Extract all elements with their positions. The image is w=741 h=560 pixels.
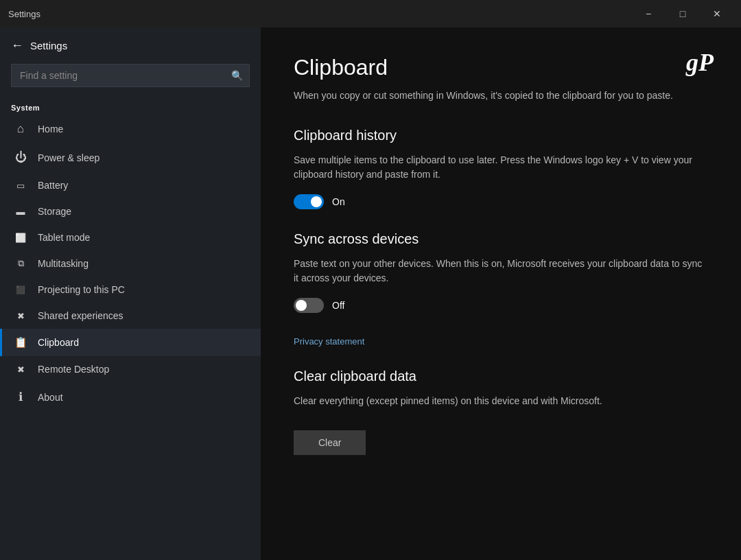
sync-devices-toggle-knob xyxy=(296,300,307,311)
search-icon: 🔍 xyxy=(231,70,243,81)
minimize-button[interactable]: − xyxy=(633,3,664,25)
title-bar: Settings − □ ✕ xyxy=(0,0,741,27)
main-layout: ← Settings 🔍 System ⌂ Home ⏻ Power & sle… xyxy=(0,27,741,560)
clear-data-desc: Clear everything (except pinned items) o… xyxy=(294,394,708,408)
search-input[interactable] xyxy=(11,64,250,87)
sync-devices-toggle[interactable] xyxy=(294,298,324,313)
maximize-button[interactable]: □ xyxy=(667,3,698,25)
sidebar-section-label: System xyxy=(0,98,261,115)
sidebar-item-label-shared-experiences: Shared experiences xyxy=(38,310,124,321)
clipboard-history-toggle-label: On xyxy=(332,196,345,207)
projecting-icon: ⬛ xyxy=(13,285,28,294)
battery-icon: ▭ xyxy=(13,180,28,191)
sidebar-item-label-projecting: Projecting to this PC xyxy=(38,284,125,295)
storage-icon: ▬ xyxy=(13,207,28,217)
sidebar-item-label-tablet-mode: Tablet mode xyxy=(38,232,90,243)
sync-devices-toggle-label: Off xyxy=(332,300,344,311)
sidebar-item-battery[interactable]: ▭ Battery xyxy=(0,172,261,198)
clipboard-history-toggle-row: On xyxy=(294,194,708,209)
clipboard-history-title: Clipboard history xyxy=(294,128,708,143)
sidebar-item-remote-desktop[interactable]: ✖ Remote Desktop xyxy=(0,356,261,382)
home-icon: ⌂ xyxy=(13,122,28,136)
sidebar-header: ← Settings xyxy=(0,27,261,58)
content-area: gP Clipboard When you copy or cut someth… xyxy=(261,27,741,560)
sidebar-item-shared-experiences[interactable]: ✖ Shared experiences xyxy=(0,303,261,329)
sidebar-item-tablet-mode[interactable]: ⬜ Tablet mode xyxy=(0,224,261,250)
sidebar-item-home[interactable]: ⌂ Home xyxy=(0,115,261,143)
sidebar-item-label-storage: Storage xyxy=(38,206,71,217)
multitasking-icon: ⧉ xyxy=(13,258,28,269)
search-box: 🔍 xyxy=(11,64,250,87)
privacy-statement-link[interactable]: Privacy statement xyxy=(294,336,364,347)
sidebar-item-label-about: About xyxy=(38,392,63,403)
shared-experiences-icon: ✖ xyxy=(13,311,28,321)
remote-desktop-icon: ✖ xyxy=(13,364,28,375)
clipboard-history-toggle[interactable] xyxy=(294,194,324,209)
title-bar-title: Settings xyxy=(8,9,40,19)
clear-data-title: Clear clipboard data xyxy=(294,369,708,384)
title-bar-left: Settings xyxy=(8,9,633,19)
sidebar-item-multitasking[interactable]: ⧉ Multitasking xyxy=(0,250,261,277)
page-title: Clipboard xyxy=(294,55,708,80)
sidebar-item-about[interactable]: ℹ About xyxy=(0,382,261,412)
back-button[interactable]: ← xyxy=(11,38,23,53)
about-icon: ℹ xyxy=(13,390,28,404)
sidebar-item-storage[interactable]: ▬ Storage xyxy=(0,198,261,224)
clear-button[interactable]: Clear xyxy=(294,430,366,455)
brand-logo: gP xyxy=(686,48,714,77)
sidebar-item-power-sleep[interactable]: ⏻ Power & sleep xyxy=(0,143,261,172)
sidebar-item-clipboard[interactable]: 📋 Clipboard xyxy=(0,329,261,356)
clipboard-history-desc: Save multiple items to the clipboard to … xyxy=(294,153,708,182)
sync-devices-desc: Paste text on your other devices. When t… xyxy=(294,257,708,285)
sidebar-item-label-clipboard: Clipboard xyxy=(38,337,79,348)
sidebar: ← Settings 🔍 System ⌂ Home ⏻ Power & sle… xyxy=(0,27,261,560)
close-button[interactable]: ✕ xyxy=(701,3,733,25)
sidebar-item-projecting[interactable]: ⬛ Projecting to this PC xyxy=(0,277,261,303)
clipboard-icon: 📋 xyxy=(13,336,28,349)
sidebar-item-label-battery: Battery xyxy=(38,180,68,191)
clipboard-history-toggle-knob xyxy=(311,196,322,207)
tablet-mode-icon: ⬜ xyxy=(13,233,28,243)
sync-devices-title: Sync across devices xyxy=(294,231,708,247)
sidebar-item-label-home: Home xyxy=(38,124,63,135)
power-sleep-icon: ⏻ xyxy=(13,151,28,165)
sync-devices-toggle-row: Off xyxy=(294,298,708,313)
title-bar-controls: − □ ✕ xyxy=(633,3,733,25)
sidebar-item-label-remote-desktop: Remote Desktop xyxy=(38,364,109,375)
sidebar-item-label-power-sleep: Power & sleep xyxy=(38,152,99,163)
page-subtitle: When you copy or cut something in Window… xyxy=(294,89,708,103)
sidebar-item-label-multitasking: Multitasking xyxy=(38,258,89,269)
sidebar-app-title: Settings xyxy=(30,40,67,51)
